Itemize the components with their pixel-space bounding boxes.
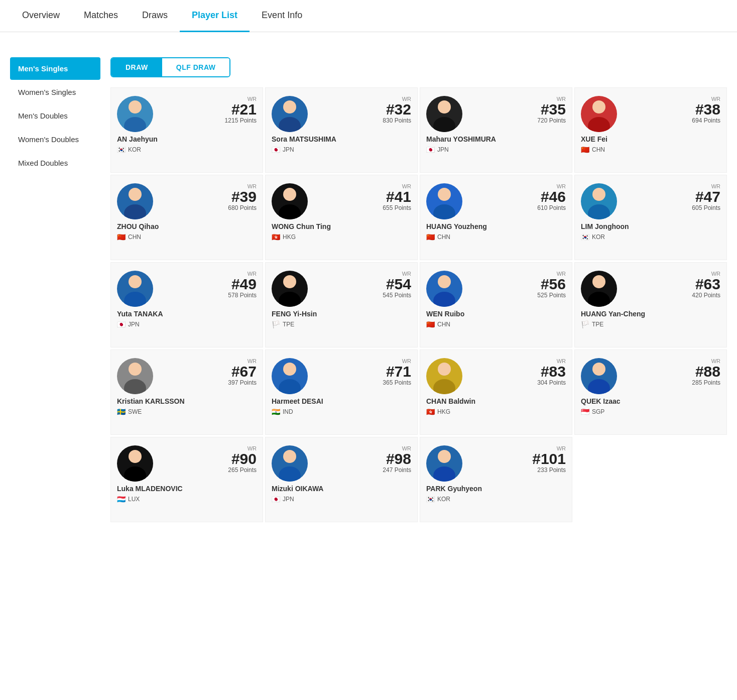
nav-item-draws[interactable]: Draws	[130, 0, 180, 32]
player-country: 🇯🇵JPN	[117, 320, 140, 328]
player-points: 610 Points	[537, 204, 566, 211]
player-name: LIM Jonghoon	[581, 222, 629, 231]
player-card: WR #98 247 Points Mizuki OIKAWA🇯🇵JPN	[265, 437, 418, 522]
country-code: JPN	[283, 146, 294, 153]
player-name: Kristian KARLSSON	[117, 397, 185, 406]
player-rank: #71	[383, 364, 411, 379]
draw-button-qlf-draw[interactable]: QLF DRAW	[162, 58, 230, 76]
sidebar-item-women's-doubles[interactable]: Women's Doubles	[10, 128, 100, 151]
player-rank: #63	[692, 277, 720, 292]
svg-point-8	[129, 188, 142, 201]
country-flag: 🏳️	[272, 320, 280, 328]
svg-point-21	[433, 292, 455, 307]
country-code: KOR	[592, 234, 605, 241]
country-flag: 🇸🇪	[117, 408, 126, 416]
player-points: 1215 Points	[225, 117, 257, 124]
country-flag: 🇨🇳	[117, 233, 126, 241]
sidebar-item-mixed-doubles[interactable]: Mixed Doubles	[10, 152, 100, 174]
country-flag: 🇭🇰	[426, 408, 435, 416]
player-avatar	[426, 445, 462, 482]
svg-point-30	[592, 363, 605, 376]
nav-item-overview[interactable]: Overview	[10, 0, 72, 32]
svg-point-15	[588, 204, 610, 219]
svg-point-5	[433, 117, 455, 132]
svg-point-26	[283, 363, 296, 376]
player-rank: #83	[537, 364, 566, 379]
nav-item-event-info[interactable]: Event Info	[250, 0, 314, 32]
player-country: 🇰🇷KOR	[426, 495, 450, 503]
player-country: 🇨🇳CHN	[426, 320, 450, 328]
player-card: WR #21 1215 Points AN Jaehyun🇰🇷KOR	[110, 87, 263, 173]
country-flag: 🇯🇵	[272, 495, 280, 503]
player-points: 525 Points	[537, 292, 566, 299]
nav-item-player-list[interactable]: Player List	[180, 0, 250, 32]
country-code: CHN	[437, 234, 450, 241]
nav-item-matches[interactable]: Matches	[72, 0, 130, 32]
player-avatar	[117, 183, 153, 219]
country-flag: 🇰🇷	[426, 495, 435, 503]
player-rank: #49	[228, 277, 257, 292]
page-title	[0, 32, 737, 47]
player-avatar	[272, 183, 308, 219]
country-code: HKG	[437, 408, 450, 415]
player-avatar	[117, 445, 153, 482]
sidebar-item-men's-singles[interactable]: Men's Singles	[10, 57, 100, 80]
svg-point-10	[283, 188, 296, 201]
svg-point-28	[438, 363, 451, 376]
player-card: WR #38 694 Points XUE Fei🇨🇳CHN	[574, 87, 727, 173]
player-card: WR #83 304 Points CHAN Baldwin🇭🇰HKG	[420, 349, 572, 435]
svg-point-27	[279, 379, 301, 394]
player-points: 233 Points	[532, 466, 566, 474]
player-rank: #98	[383, 451, 411, 466]
player-avatar	[272, 271, 308, 307]
svg-point-24	[129, 363, 142, 376]
player-card: WR #35 720 Points Maharu YOSHIMURA🇯🇵JPN	[420, 87, 572, 173]
player-card: WR #47 605 Points LIM Jonghoon🇰🇷KOR	[574, 175, 727, 260]
player-country: 🇰🇷KOR	[117, 146, 141, 154]
player-country: 🇯🇵JPN	[272, 146, 294, 154]
page-body: Men's SinglesWomen's SinglesMen's Double…	[0, 47, 737, 532]
player-card: WR #63 420 Points HUANG Yan-Cheng🏳️TPE	[574, 262, 727, 347]
sidebar: Men's SinglesWomen's SinglesMen's Double…	[10, 57, 100, 522]
country-code: IND	[283, 408, 293, 415]
player-name: HUANG Yan-Cheng	[581, 310, 645, 318]
player-rank: #21	[225, 102, 257, 117]
country-flag: 🇨🇳	[426, 233, 435, 241]
player-avatar	[426, 96, 462, 132]
player-points: 304 Points	[537, 379, 566, 386]
draw-button-draw[interactable]: DRAW	[111, 58, 162, 76]
player-country: 🏳️TPE	[581, 320, 603, 328]
player-rank: #90	[228, 451, 257, 466]
player-card: WR #67 397 Points Kristian KARLSSON🇸🇪SWE	[110, 349, 263, 435]
svg-point-23	[588, 292, 610, 307]
country-flag: 🇯🇵	[117, 320, 126, 328]
player-name: Harmeet DESAI	[272, 397, 323, 406]
player-rank: #47	[692, 189, 720, 204]
player-card: WR #32 830 Points Sora MATSUSHIMA🇯🇵JPN	[265, 87, 418, 173]
svg-point-20	[438, 275, 451, 288]
player-avatar	[117, 96, 153, 132]
country-flag: 🇯🇵	[272, 146, 280, 154]
country-flag: 🇰🇷	[581, 233, 589, 241]
player-points: 247 Points	[383, 466, 411, 474]
svg-point-1	[124, 117, 146, 132]
player-name: Luka MLADENOVIC	[117, 485, 183, 493]
player-country: 🇱🇺LUX	[117, 495, 140, 503]
player-rank: #35	[537, 102, 566, 117]
players-grid: WR #21 1215 Points AN Jaehyun🇰🇷KOR WR #3…	[110, 87, 727, 522]
player-points: 545 Points	[383, 292, 411, 299]
sidebar-item-men's-doubles[interactable]: Men's Doubles	[10, 104, 100, 127]
player-points: 420 Points	[692, 292, 720, 299]
svg-point-12	[438, 188, 451, 201]
player-rank: #88	[692, 364, 720, 379]
player-avatar	[581, 358, 617, 394]
player-name: CHAN Baldwin	[426, 397, 475, 406]
svg-point-35	[279, 466, 301, 482]
player-country: 🇨🇳CHN	[581, 146, 605, 154]
player-points: 655 Points	[383, 204, 411, 211]
player-card: WR #46 610 Points HUANG Youzheng🇨🇳CHN	[420, 175, 572, 260]
player-card: WR #54 545 Points FENG Yi-Hsin🏳️TPE	[265, 262, 418, 347]
player-avatar	[581, 271, 617, 307]
sidebar-item-women's-singles[interactable]: Women's Singles	[10, 81, 100, 103]
country-code: JPN	[437, 146, 449, 153]
